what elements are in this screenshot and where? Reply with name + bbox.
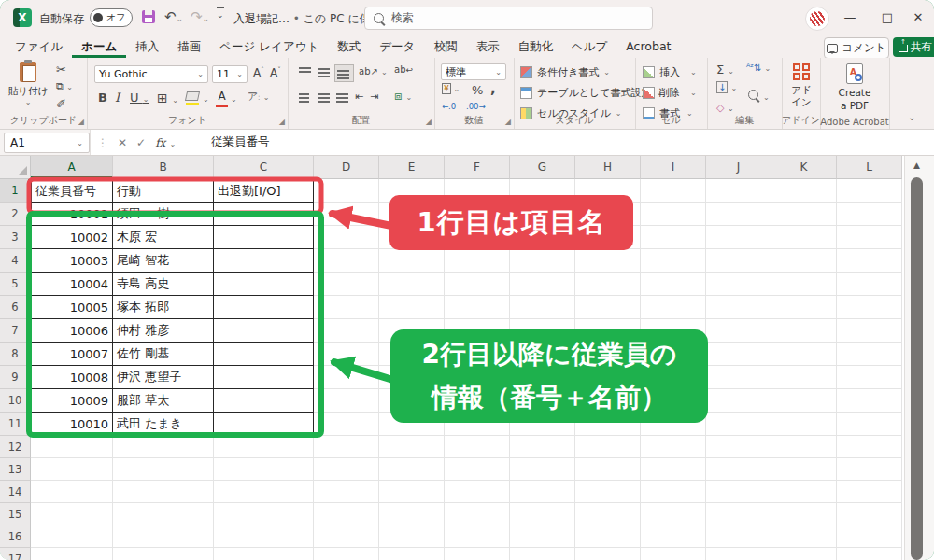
clipboard-dialog-launcher[interactable]: ◢ — [78, 118, 84, 126]
cell-L1[interactable] — [837, 179, 902, 203]
cell-D13[interactable] — [314, 458, 379, 481]
account-avatar[interactable] — [805, 7, 829, 31]
cell-C17[interactable] — [214, 548, 314, 560]
cell-C14[interactable] — [214, 481, 314, 503]
cell-B16[interactable] — [113, 525, 214, 548]
comments-button[interactable]: コメント — [824, 37, 889, 59]
column-header-C[interactable]: C — [214, 156, 314, 179]
cell-B13[interactable] — [113, 458, 214, 481]
format-painter-icon[interactable]: ✐ — [56, 98, 66, 110]
cell-D4[interactable] — [314, 249, 379, 273]
underline-button[interactable]: U ⌄ — [130, 91, 149, 104]
cell-C7[interactable] — [214, 319, 314, 343]
row-header-1[interactable]: 1 — [0, 179, 31, 203]
delete-cells-button[interactable]: 削除⌄ — [643, 83, 697, 103]
cell-D9[interactable] — [314, 366, 379, 389]
cell-I1[interactable] — [641, 179, 706, 203]
cell-E13[interactable] — [379, 458, 445, 481]
row-header-4[interactable]: 4 — [0, 249, 31, 273]
comma-format-button[interactable]: , — [490, 82, 496, 96]
cell-C13[interactable] — [214, 458, 314, 481]
tab-automate[interactable]: 自動化 — [508, 35, 562, 58]
cell-A3[interactable]: 10002 — [31, 226, 113, 249]
cell-D11[interactable] — [314, 413, 379, 436]
cell-H4[interactable] — [575, 249, 641, 273]
column-header-I[interactable]: I — [641, 156, 706, 179]
row-header-16[interactable]: 16 — [0, 525, 31, 548]
cell-I2[interactable] — [641, 203, 706, 226]
cell-C9[interactable] — [214, 366, 314, 389]
column-header-G[interactable]: G — [510, 156, 575, 179]
cell-G5[interactable] — [510, 273, 575, 296]
cell-F16[interactable] — [445, 525, 510, 548]
cell-H17[interactable] — [575, 548, 641, 560]
cell-A10[interactable]: 10009 — [31, 389, 113, 413]
tab-file[interactable]: ファイル — [6, 35, 72, 58]
cell-K14[interactable] — [771, 481, 837, 503]
cell-A6[interactable]: 10005 — [31, 296, 113, 319]
cell-D3[interactable] — [314, 226, 379, 249]
cell-J5[interactable] — [706, 273, 771, 296]
column-header-E[interactable]: E — [379, 156, 445, 179]
cell-K8[interactable] — [771, 343, 837, 366]
find-select-button[interactable]: ⌄ — [748, 86, 770, 104]
cell-L7[interactable] — [837, 319, 902, 343]
autosum-button[interactable]: Σ ⌄ — [716, 63, 734, 76]
cell-H13[interactable] — [575, 458, 641, 481]
cell-B4[interactable]: 尾崎 智花 — [113, 249, 214, 273]
cell-L15[interactable] — [837, 503, 902, 525]
cell-C3[interactable] — [214, 226, 314, 249]
cell-D5[interactable] — [314, 273, 379, 296]
cell-L11[interactable] — [837, 413, 902, 436]
tab-draw[interactable]: 描画 — [168, 35, 210, 58]
decrease-indent-icon[interactable]: ⇤ — [355, 91, 363, 102]
cell-I5[interactable] — [641, 273, 706, 296]
cell-J17[interactable] — [706, 548, 771, 560]
cell-H12[interactable] — [575, 436, 641, 458]
row-header-8[interactable]: 8 — [0, 343, 31, 366]
collapse-ribbon-chevron[interactable]: ⌄ — [908, 112, 915, 122]
cell-B9[interactable]: 伊沢 恵望子 — [113, 366, 214, 389]
font-color-button[interactable]: A — [216, 90, 228, 107]
cell-J2[interactable] — [706, 203, 771, 226]
tab-home[interactable]: ホーム — [72, 35, 126, 58]
cell-L5[interactable] — [837, 273, 902, 296]
create-pdf-button[interactable]: A Create a PDF — [829, 63, 880, 112]
cell-H15[interactable] — [575, 503, 641, 525]
cell-I15[interactable] — [641, 503, 706, 525]
name-box[interactable]: A1 ⌄ — [4, 133, 90, 153]
cell-C8[interactable] — [214, 343, 314, 366]
cell-F6[interactable] — [445, 296, 510, 319]
cell-A17[interactable] — [31, 548, 113, 560]
cell-K2[interactable] — [771, 203, 837, 226]
cell-B8[interactable]: 佐竹 剛基 — [113, 343, 214, 366]
cell-J10[interactable] — [706, 389, 771, 413]
cell-D2[interactable] — [314, 203, 379, 226]
cell-A4[interactable]: 10003 — [31, 249, 113, 273]
cell-G13[interactable] — [510, 458, 575, 481]
cell-I6[interactable] — [641, 296, 706, 319]
cell-H14[interactable] — [575, 481, 641, 503]
increase-font-icon[interactable]: Aˆ — [253, 67, 264, 78]
cell-C4[interactable] — [214, 249, 314, 273]
sort-filter-button[interactable]: ᴬᶻ⇅ ⌄ — [746, 63, 771, 73]
cell-D15[interactable] — [314, 503, 379, 525]
row-header-13[interactable]: 13 — [0, 458, 31, 481]
column-header-L[interactable]: L — [837, 156, 902, 179]
cell-H5[interactable] — [575, 273, 641, 296]
cell-I12[interactable] — [641, 436, 706, 458]
copy-icon[interactable]: ⧉ ⌄ — [56, 81, 73, 91]
cut-icon[interactable]: ✂ — [56, 63, 66, 76]
cell-I4[interactable] — [641, 249, 706, 273]
cell-B17[interactable] — [113, 548, 214, 560]
cell-I3[interactable] — [641, 226, 706, 249]
number-dialog-launcher[interactable]: ◢ — [505, 118, 511, 126]
cell-J4[interactable] — [706, 249, 771, 273]
formula-input[interactable]: 従業員番号 — [204, 130, 934, 155]
increase-decimal-icon[interactable]: ←.0 — [442, 103, 456, 111]
cell-L6[interactable] — [837, 296, 902, 319]
cell-J3[interactable] — [706, 226, 771, 249]
tab-page-layout[interactable]: ページ レイアウト — [210, 35, 328, 58]
cell-L16[interactable] — [837, 525, 902, 548]
cell-C15[interactable] — [214, 503, 314, 525]
